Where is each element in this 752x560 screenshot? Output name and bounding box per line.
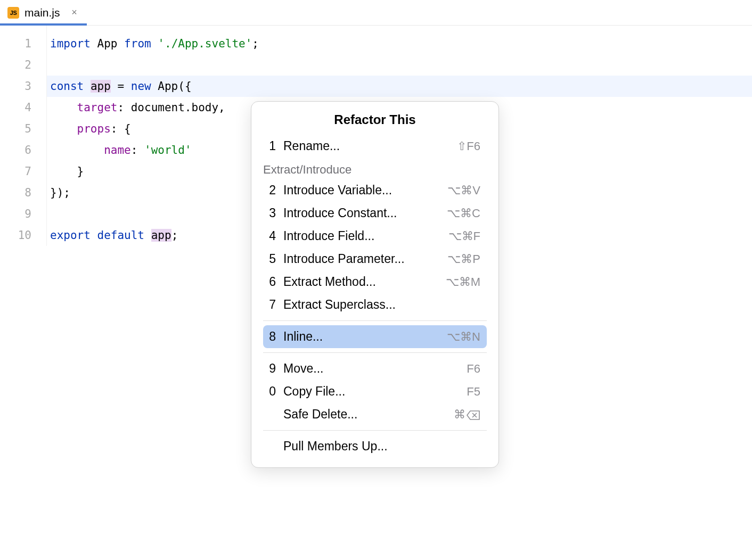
line-number: 7	[0, 161, 31, 182]
popup-item-number: 3	[263, 206, 283, 220]
popup-item-number: 5	[263, 252, 283, 266]
close-icon[interactable]: ×	[70, 8, 79, 18]
popup-item-label: Introduce Constant...	[283, 206, 447, 220]
popup-item[interactable]: 0Copy File...F5	[263, 380, 487, 403]
popup-item-number: 2	[263, 183, 283, 197]
popup-item[interactable]: 4Introduce Field...⌥⌘F	[263, 225, 487, 248]
popup-item-number: 4	[263, 229, 283, 243]
popup-item[interactable]: 6Extract Method...⌥⌘M	[263, 270, 487, 293]
popup-item[interactable]: 8Inline...⌥⌘N	[263, 325, 487, 348]
popup-section-header: Extract/Introduce	[263, 158, 487, 179]
popup-item-label: Copy File...	[283, 384, 467, 399]
popup-title: Refactor This	[251, 102, 498, 135]
line-number: 4	[0, 97, 31, 118]
popup-item-number: 0	[263, 384, 283, 399]
popup-item[interactable]: 3Introduce Constant...⌥⌘C	[263, 202, 487, 225]
popup-item-number: 1	[263, 139, 283, 153]
popup-item-number: 6	[263, 275, 283, 289]
line-number: 6	[0, 139, 31, 161]
line-number: 10	[0, 225, 31, 246]
popup-item[interactable]: 5Introduce Parameter...⌥⌘P	[263, 248, 487, 270]
popup-item[interactable]: 2Introduce Variable...⌥⌘V	[263, 179, 487, 202]
popup-item-label: Introduce Field...	[283, 229, 448, 243]
popup-item-shortcut: ⌥⌘P	[447, 252, 480, 266]
js-file-icon: JS	[7, 7, 19, 19]
delete-icon	[467, 408, 480, 422]
popup-item-shortcut: ⌘	[454, 408, 480, 422]
line-number: 9	[0, 203, 31, 225]
popup-item-label: Introduce Variable...	[283, 183, 447, 197]
line-number: 3	[0, 76, 31, 97]
popup-item-shortcut: F5	[467, 385, 480, 399]
popup-item-shortcut: F6	[467, 362, 480, 376]
popup-item-number: 9	[263, 361, 283, 376]
popup-item-label: Extract Method...	[283, 275, 446, 289]
popup-item-shortcut: ⌥⌘C	[447, 207, 480, 220]
popup-item-label: Extract Superclass...	[283, 298, 480, 312]
popup-divider	[263, 320, 487, 321]
popup-item-label: Safe Delete...	[283, 407, 454, 422]
popup-item[interactable]: 9Move...F6	[263, 357, 487, 380]
popup-item[interactable]: 1Rename...⇧F6	[263, 135, 487, 158]
popup-item[interactable]: 7Extract Superclass...	[263, 293, 487, 316]
popup-divider	[263, 430, 487, 431]
popup-item-shortcut: ⌥⌘N	[447, 330, 480, 344]
popup-item-number: 7	[263, 298, 283, 312]
tab-name: main.js	[24, 6, 60, 19]
popup-item-shortcut: ⌥⌘M	[446, 275, 480, 289]
popup-items: 1Rename...⇧F6Extract/Introduce2Introduce…	[251, 135, 498, 467]
popup-item-label: Introduce Parameter...	[283, 252, 447, 266]
popup-item-shortcut: ⌥⌘F	[448, 229, 480, 243]
code-line[interactable]: import App from './App.svelte';	[50, 33, 752, 54]
popup-item[interactable]: Safe Delete...⌘	[263, 403, 487, 426]
popup-item-number: 8	[263, 330, 283, 344]
line-number: 1	[0, 33, 31, 54]
line-number: 2	[0, 54, 31, 76]
code-line[interactable]: const app = new App({	[47, 76, 752, 97]
popup-item-shortcut: ⌥⌘V	[447, 184, 480, 197]
line-number: 5	[0, 118, 31, 139]
popup-item-shortcut: ⇧F6	[457, 139, 480, 153]
tab-bar: JS main.js ×	[0, 0, 752, 26]
line-number: 8	[0, 182, 31, 203]
gutter: 12345678910	[0, 26, 47, 246]
tab-main-js[interactable]: JS main.js ×	[0, 0, 87, 25]
popup-divider	[263, 352, 487, 353]
popup-item-label: Pull Members Up...	[283, 439, 480, 454]
refactor-popup: Refactor This 1Rename...⇧F6Extract/Intro…	[251, 101, 499, 468]
code-line[interactable]	[50, 54, 752, 76]
popup-item[interactable]: Pull Members Up...	[263, 435, 487, 458]
popup-item-label: Move...	[283, 361, 467, 376]
popup-item-label: Rename...	[283, 139, 457, 153]
popup-item-label: Inline...	[283, 330, 447, 344]
